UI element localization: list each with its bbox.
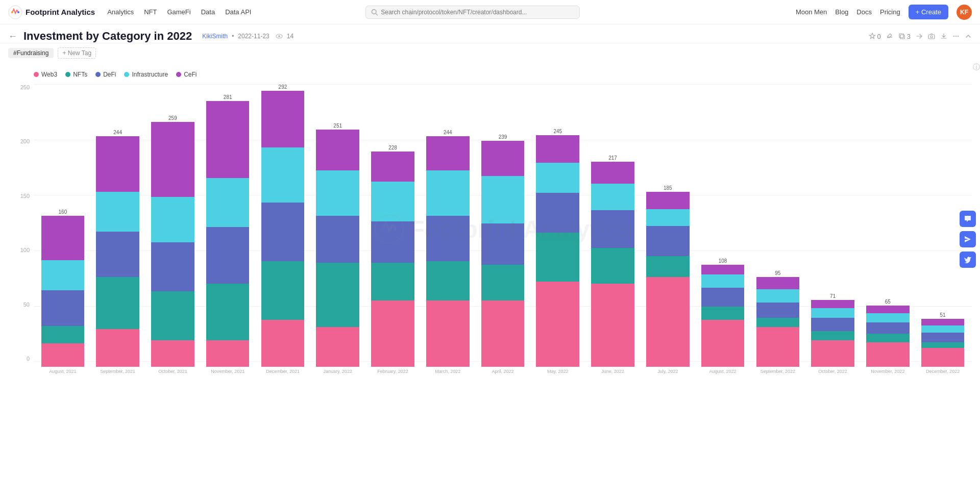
- bar-stack: [921, 319, 965, 367]
- bar-group[interactable]: 245May, 2022: [531, 129, 585, 374]
- bar-group[interactable]: 239April, 2022: [476, 134, 530, 374]
- moonmen-link[interactable]: Moon Men: [796, 8, 827, 16]
- bar-segment-web3: [316, 327, 359, 367]
- bar-total-label: 292: [279, 84, 287, 90]
- bar-segment-nfts: [701, 307, 745, 320]
- legend-item-web3: Web3: [34, 71, 57, 78]
- bar-stack: [646, 192, 690, 367]
- bar-group[interactable]: 185July, 2022: [641, 185, 695, 374]
- copy-button[interactable]: 3: [898, 33, 911, 40]
- twitter-icon-button[interactable]: [960, 251, 976, 268]
- bar-stack: [41, 216, 85, 367]
- search-input[interactable]: [381, 9, 574, 16]
- svg-point-2: [17, 11, 19, 13]
- bar-total-label: 251: [333, 123, 342, 129]
- bar-group[interactable]: 65November, 2022: [861, 299, 915, 374]
- chat-icon-button[interactable]: [960, 211, 976, 227]
- bar-segment-web3: [756, 327, 800, 367]
- bar-segment-web3: [921, 348, 965, 367]
- svg-point-13: [958, 36, 959, 37]
- logo-icon: [8, 5, 22, 19]
- bar-stack: [701, 265, 745, 367]
- chart-area: 050100150200250 160August, 2021244Septem…: [8, 84, 972, 374]
- more-button[interactable]: [952, 33, 960, 40]
- search-bar[interactable]: [365, 6, 580, 19]
- collapse-button[interactable]: [965, 33, 972, 40]
- bar-group[interactable]: 51December, 2022: [916, 312, 970, 374]
- nav-nft[interactable]: NFT: [144, 6, 157, 18]
- nav-analytics[interactable]: Analytics: [107, 6, 134, 18]
- nav-gamefi[interactable]: GameFi: [167, 6, 190, 18]
- bar-group[interactable]: 228February, 2022: [366, 145, 420, 374]
- y-label: 150: [20, 193, 30, 199]
- bar-stack: [316, 130, 359, 367]
- bar-segment-defi: [261, 203, 305, 261]
- bar-group[interactable]: 95September, 2022: [751, 270, 805, 374]
- bar-segment-defi: [756, 303, 800, 318]
- chart-container: ⓘ Web3NFTsDeFiInfrastructureCeFi 0501001…: [0, 63, 980, 378]
- star-button[interactable]: 0: [869, 33, 881, 40]
- docs-link[interactable]: Docs: [856, 8, 872, 16]
- screenshot-button[interactable]: [928, 33, 935, 40]
- bar-segment-nfts: [921, 342, 965, 348]
- pricing-link[interactable]: Pricing: [880, 8, 900, 16]
- send-icon-button[interactable]: [960, 231, 976, 247]
- info-icon[interactable]: ⓘ: [973, 63, 980, 72]
- bar-segment-cefi: [371, 152, 414, 182]
- bar-segment-defi: [646, 226, 690, 256]
- bar-group[interactable]: 244September, 2021: [91, 130, 145, 374]
- copy-icon: [898, 33, 905, 40]
- bar-segment-defi: [316, 216, 359, 263]
- edit-button[interactable]: [886, 33, 893, 40]
- bar-segment-web3: [866, 342, 910, 367]
- bar-segment-cefi: [811, 300, 854, 309]
- avatar[interactable]: KF: [957, 5, 972, 20]
- download-button[interactable]: [940, 33, 947, 40]
- bar-group[interactable]: 281November, 2021: [201, 94, 255, 374]
- bar-segment-infra: [701, 274, 745, 288]
- bar-stack: [151, 122, 194, 367]
- bar-segment-nfts: [591, 248, 634, 284]
- bar-segment-cefi: [921, 319, 965, 325]
- download-icon: [940, 33, 947, 40]
- bar-group[interactable]: 244March, 2022: [421, 130, 475, 374]
- bar-segment-infra: [371, 182, 414, 221]
- bar-group[interactable]: 259October, 2021: [146, 115, 200, 374]
- bar-segment-web3: [261, 320, 305, 367]
- bar-segment-defi: [866, 322, 910, 334]
- bar-segment-defi: [41, 290, 85, 326]
- bar-stack: [371, 152, 414, 367]
- bar-group[interactable]: 251January, 2022: [311, 123, 365, 374]
- bar-group[interactable]: 108August, 2022: [696, 258, 750, 374]
- bar-segment-nfts: [866, 334, 910, 342]
- x-axis-label: November, 2021: [211, 369, 244, 374]
- logo[interactable]: Footprint Analytics: [8, 5, 95, 19]
- bar-group[interactable]: 292December, 2021: [256, 84, 310, 374]
- legend-item-infrastructure: Infrastructure: [124, 71, 168, 78]
- bar-segment-defi: [811, 318, 854, 331]
- bar-group[interactable]: 160August, 2021: [36, 209, 90, 374]
- add-tag-button[interactable]: + New Tag: [58, 47, 96, 59]
- svg-rect-9: [928, 35, 935, 39]
- x-axis-label: September, 2021: [100, 369, 135, 374]
- bar-segment-nfts: [481, 265, 525, 300]
- bar-segment-infra: [921, 325, 965, 333]
- bar-segment-nfts: [41, 326, 85, 343]
- bar-segment-cefi: [96, 136, 139, 192]
- fundraising-tag[interactable]: #Fundraising: [8, 48, 54, 58]
- bar-group[interactable]: 71October, 2022: [806, 293, 860, 374]
- back-button[interactable]: ←: [8, 31, 17, 42]
- bar-segment-nfts: [261, 261, 305, 320]
- bar-segment-web3: [151, 340, 194, 367]
- create-button[interactable]: + Create: [909, 5, 948, 19]
- nav-data-api[interactable]: Data API: [225, 6, 251, 18]
- page-title: Investment by Category in 2022: [23, 30, 192, 43]
- x-axis-label: October, 2021: [158, 369, 187, 374]
- bar-segment-infra: [41, 260, 85, 290]
- blog-link[interactable]: Blog: [835, 8, 848, 16]
- bar-group[interactable]: 217June, 2022: [586, 155, 640, 374]
- bar-segment-web3: [371, 300, 414, 367]
- share-button[interactable]: [916, 33, 923, 40]
- bar-segment-cefi: [646, 192, 690, 209]
- nav-data[interactable]: Data: [201, 6, 215, 18]
